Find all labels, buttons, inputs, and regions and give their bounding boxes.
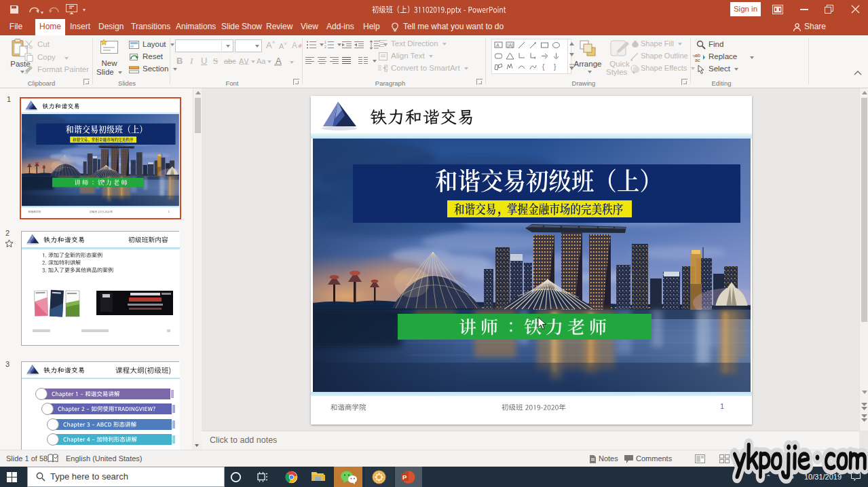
svg-text:1: 1 xyxy=(324,41,326,44)
svg-text:}: } xyxy=(554,63,556,71)
svg-text:A: A xyxy=(292,41,297,50)
svg-text:A: A xyxy=(496,43,499,48)
svg-text:[A]: [A] xyxy=(508,43,514,48)
svg-text:2: 2 xyxy=(324,45,326,49)
svg-text:ab: ab xyxy=(695,53,700,58)
svg-text:{: { xyxy=(542,63,545,71)
svg-text:ac: ac xyxy=(695,58,700,62)
svg-text:P: P xyxy=(402,473,407,481)
